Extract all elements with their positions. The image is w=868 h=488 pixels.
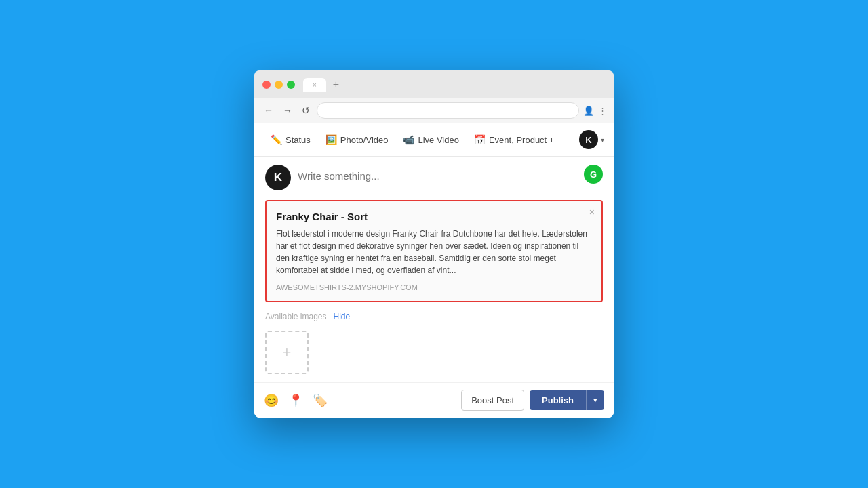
active-tab[interactable]: × (303, 78, 326, 92)
available-images-label: Available images (265, 312, 327, 321)
browser-toolbar-icons: 👤 ⋮ (583, 106, 607, 116)
composer-input-row: K G (265, 165, 603, 190)
new-tab-button[interactable]: + (329, 77, 343, 92)
link-preview-description: Flot læderstol i moderne design Franky C… (276, 228, 592, 277)
back-button[interactable]: ← (261, 104, 276, 117)
nav-user[interactable]: K ▾ (579, 130, 604, 149)
add-image-button[interactable]: + (265, 331, 309, 374)
tab-close-icon[interactable]: × (313, 81, 317, 89)
composer-actions: Boost Post Publish ▾ (461, 390, 604, 411)
close-button[interactable] (262, 81, 271, 89)
composer-toolbar: 😊 📍 🏷️ Boost Post Publish ▾ (254, 382, 614, 418)
boost-post-button[interactable]: Boost Post (461, 390, 524, 411)
facebook-nav: ✏️ Status 🖼️ Photo/Video 📹 Live Video 📅 … (254, 123, 614, 157)
emoji-icon[interactable]: 😊 (264, 393, 279, 408)
forward-button[interactable]: → (280, 104, 295, 117)
browser-window: × + ← → ↺ 👤 ⋮ ✏️ Status 🖼️ Photo/Video (254, 70, 614, 418)
traffic-lights (262, 81, 295, 89)
menu-icon[interactable]: ⋮ (598, 106, 607, 116)
nav-live-label: Live Video (418, 135, 458, 145)
browser-titlebar: × + (254, 70, 614, 98)
nav-photo-label: Photo/Video (340, 135, 389, 145)
hide-images-link[interactable]: Hide (334, 312, 351, 321)
link-preview-title: Franky Chair - Sort (276, 211, 592, 222)
link-preview-url: AWESOMETSHIRTS-2.MYSHOPIFY.COM (276, 283, 592, 291)
maximize-button[interactable] (287, 81, 295, 89)
publish-button[interactable]: Publish (530, 390, 586, 410)
video-icon: 📹 (403, 134, 414, 145)
avatar: K (265, 165, 291, 190)
tab-bar: × + (303, 77, 606, 92)
nav-status-label: Status (285, 135, 311, 145)
location-icon[interactable]: 📍 (288, 393, 303, 408)
grammarly-icon: G (584, 165, 603, 184)
profile-icon: 👤 (583, 106, 594, 116)
user-avatar-small: K (579, 130, 598, 149)
facebook-content: ✏️ Status 🖼️ Photo/Video 📹 Live Video 📅 … (254, 123, 614, 418)
tag-icon[interactable]: 🏷️ (313, 393, 328, 408)
nav-item-photo-video[interactable]: 🖼️ Photo/Video (319, 130, 395, 149)
browser-toolbar: ← → ↺ 👤 ⋮ (254, 98, 614, 123)
close-preview-button[interactable]: × (589, 207, 595, 218)
url-bar[interactable] (317, 102, 579, 119)
publish-button-group: Publish ▾ (530, 390, 604, 410)
nav-item-live-video[interactable]: 📹 Live Video (396, 130, 465, 149)
available-images-section: Available images Hide (265, 312, 603, 321)
refresh-button[interactable]: ↺ (299, 104, 313, 117)
nav-event-label: Event, Product + (489, 135, 554, 145)
composer-icons: 😊 📍 🏷️ (264, 393, 328, 408)
composer-text-input[interactable] (298, 165, 603, 182)
publish-dropdown-button[interactable]: ▾ (586, 390, 604, 410)
pencil-icon: ✏️ (271, 134, 282, 145)
nav-item-event-product[interactable]: 📅 Event, Product + (467, 130, 561, 149)
nav-item-status[interactable]: ✏️ Status (264, 130, 317, 149)
photo-icon: 🖼️ (326, 134, 337, 145)
link-preview-card: × Franky Chair - Sort Flot læderstol i m… (265, 200, 603, 302)
chevron-down-icon: ▾ (601, 136, 604, 144)
event-icon: 📅 (474, 134, 486, 145)
minimize-button[interactable] (275, 81, 283, 89)
post-composer: K G × Franky Chair - Sort Flot læderstol… (254, 157, 614, 382)
